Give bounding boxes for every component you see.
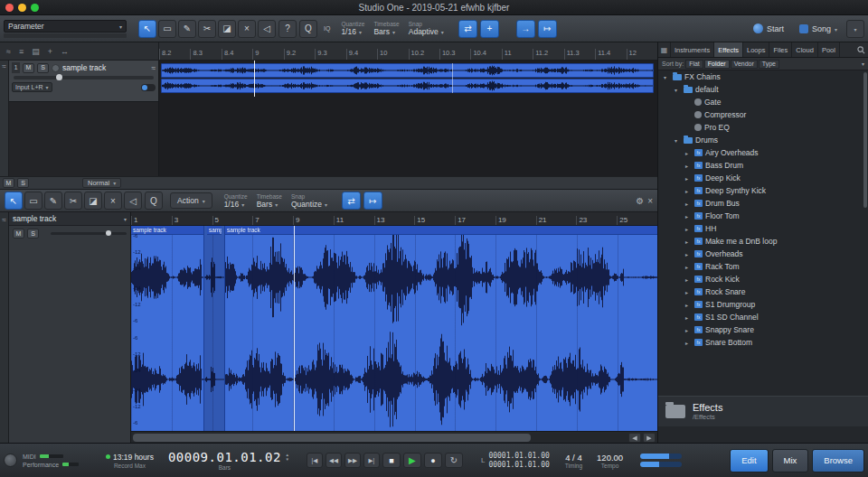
track-input-select[interactable]: Input L+R (12, 82, 52, 92)
expander-icon[interactable] (685, 175, 692, 182)
tree-item[interactable]: Bass Drum (658, 159, 868, 172)
browser-tab[interactable]: Instruments (671, 42, 714, 57)
sort-option-button[interactable]: Folder (704, 60, 730, 69)
setting-dropdown[interactable]: Snap Adaptive (409, 21, 444, 36)
tree-item[interactable]: Snappy Snare (658, 323, 868, 336)
loop-end-value[interactable]: 00001.01.01.00 (488, 461, 549, 469)
tree-item[interactable]: Rock Snare (658, 285, 868, 298)
play-button[interactable]: ▶ (403, 453, 421, 468)
automation-mode-select[interactable]: Normal (82, 178, 121, 188)
search-icon[interactable] (854, 42, 868, 57)
setting-dropdown[interactable]: Timebase Bars (373, 21, 399, 36)
waveform-display[interactable]: sample track samp sample track -6-12-24-… (131, 226, 657, 431)
pencil-tool-button[interactable]: ✎ (178, 20, 196, 38)
sort-option-button[interactable]: Type (759, 60, 779, 69)
setting-dropdown[interactable]: Quantize 1/16 (224, 193, 248, 209)
track-header[interactable]: 1 M S sample track Input L+R (9, 61, 158, 102)
tree-item[interactable]: Pro EQ (658, 121, 868, 134)
audio-clip[interactable] (161, 63, 654, 78)
tree-item[interactable]: Drums (658, 134, 868, 146)
arrange-timeline-ruler[interactable]: 8.28.38.499.29.39.41010.210.310.41111.21… (159, 42, 657, 60)
editor-mute-button[interactable]: M (13, 229, 24, 238)
tree-item[interactable]: Rack Tom (658, 260, 868, 273)
tree-item[interactable]: S1 Drumgroup (658, 298, 868, 311)
split-tool-button[interactable]: ✂ (64, 192, 82, 210)
close-editor-button[interactable]: × (647, 196, 653, 206)
tree-item[interactable]: FX Chains (658, 70, 868, 83)
arrange-header-icon[interactable]: ≈ (6, 47, 11, 56)
mute-tool-button[interactable]: × (104, 192, 122, 210)
expander-icon[interactable] (675, 137, 681, 144)
editor-solo-button[interactable]: S (27, 229, 39, 238)
monitor-toggle[interactable] (141, 84, 156, 91)
playhead[interactable] (254, 61, 255, 97)
autoscroll-button[interactable]: ↦ (363, 192, 382, 210)
close-window-button[interactable] (5, 4, 14, 12)
parameter-control[interactable]: Parameter (4, 20, 127, 38)
song-button[interactable]: Song (799, 24, 837, 33)
scroll-left-button[interactable] (628, 433, 641, 443)
setting-dropdown[interactable]: Snap Quantize (291, 193, 327, 209)
loop-start-value[interactable]: 00001.01.01.00 (488, 452, 549, 460)
tree-item[interactable]: Deep Synthy Kick (658, 184, 868, 197)
zoom-window-button[interactable] (31, 4, 39, 12)
expander-icon[interactable] (685, 201, 692, 207)
spinner-arrows-icon[interactable] (285, 453, 288, 462)
track-mute-button[interactable]: M (23, 63, 34, 73)
arrange-header-icon[interactable]: ▤ (32, 47, 40, 56)
edit-view-button[interactable]: Edit (730, 449, 768, 472)
tree-item[interactable]: Airy Overheads (658, 146, 868, 159)
quantize-apply-button[interactable]: Q (145, 192, 163, 210)
action-menu[interactable]: Action (170, 192, 212, 209)
listen-tool-button[interactable]: ◁ (258, 20, 276, 38)
setting-dropdown[interactable]: Quantize 1/16 (341, 21, 364, 36)
link-toggle-button[interactable]: ⇄ (342, 192, 361, 210)
editor-track-select[interactable]: sample track (9, 212, 130, 226)
audio-clip[interactable] (161, 79, 654, 93)
tree-item[interactable]: Drum Bus (658, 197, 868, 210)
expander-icon[interactable] (685, 213, 692, 220)
snap-toggle-button[interactable]: + (480, 20, 499, 38)
tree-item[interactable]: Snare Bottom (658, 336, 868, 349)
go-to-end-button[interactable]: ▶| (363, 453, 380, 468)
quantize-apply-button[interactable]: Q (299, 20, 317, 38)
expander-icon[interactable] (685, 150, 692, 156)
expander-icon[interactable] (685, 251, 692, 257)
eraser-tool-button[interactable]: ◪ (218, 20, 236, 38)
range-tool-button[interactable]: ▭ (158, 20, 176, 38)
playhead[interactable] (294, 226, 295, 431)
expander-icon[interactable] (685, 340, 692, 346)
stop-button[interactable]: ■ (382, 453, 401, 468)
clip-header[interactable]: samp (207, 226, 222, 235)
editor-timeline-ruler[interactable]: 135791113151719212325 (131, 212, 657, 226)
clip-region[interactable] (203, 226, 225, 431)
arrange-header-icon[interactable]: ≡ (19, 47, 24, 56)
fast-forward-button[interactable]: ▶▶ (344, 453, 361, 468)
loop-range[interactable]: L 00001.01.01.00 00001.01.01.00 (481, 452, 550, 469)
expander-icon[interactable] (685, 163, 692, 169)
follow-button[interactable]: ↦ (538, 20, 557, 38)
track-solo-button[interactable]: S (37, 63, 49, 73)
global-solo-button[interactable]: S (17, 178, 29, 188)
browser-home-icon[interactable]: ▦ (658, 42, 671, 57)
browser-tab[interactable]: Files (769, 42, 792, 57)
record-button[interactable]: ● (424, 453, 442, 468)
arrow-tool-button[interactable]: ↖ (138, 20, 156, 38)
tree-item[interactable]: S1 SD Channel (658, 311, 868, 323)
tree-item[interactable]: HH (658, 222, 868, 235)
midi-activity-knob[interactable] (4, 454, 17, 467)
arrange-header-icon[interactable]: ↔ (61, 47, 69, 56)
browser-tab[interactable]: Cloud (792, 42, 818, 57)
record-arm-button[interactable] (52, 64, 60, 72)
listen-tool-button[interactable]: ◁ (124, 192, 142, 210)
tree-item[interactable]: Rock Kick (658, 273, 868, 285)
tempo[interactable]: 120.00 Tempo (597, 453, 623, 469)
browse-view-button[interactable]: Browse (812, 449, 864, 472)
tree-item[interactable]: Compressor (658, 108, 868, 121)
tree-item[interactable]: Gate (658, 96, 868, 108)
sort-option-button[interactable]: Flat (685, 60, 703, 69)
expander-icon[interactable] (685, 226, 692, 232)
scrollbar-thumb[interactable] (863, 72, 867, 208)
expander-icon[interactable] (685, 264, 692, 270)
more-options-button[interactable] (846, 20, 864, 38)
